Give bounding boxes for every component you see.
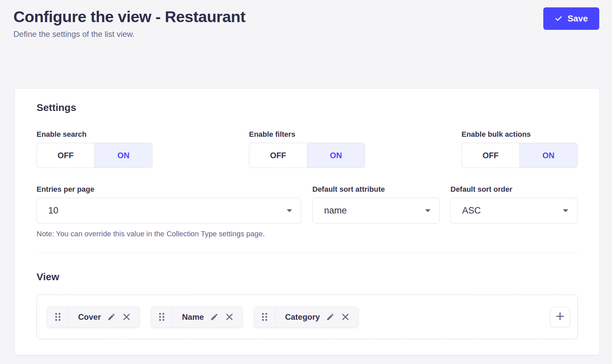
view-heading: View bbox=[37, 271, 578, 283]
default-sort-order-field: Default sort order ASC bbox=[450, 185, 577, 224]
drag-dots-icon bbox=[159, 312, 165, 321]
default-sort-order-value: ASC bbox=[462, 205, 481, 216]
default-sort-order-select[interactable]: ASC bbox=[450, 198, 577, 224]
default-sort-attribute-select[interactable]: name bbox=[312, 198, 440, 224]
settings-card: Settings Enable search OFF ON Enable fil… bbox=[15, 89, 599, 355]
field-chip-name[interactable]: Name bbox=[151, 306, 243, 327]
field-chip-cover[interactable]: Cover bbox=[47, 306, 140, 327]
enable-filters-toggle: OFF ON bbox=[249, 143, 365, 168]
enable-bulk-actions-label: Enable bulk actions bbox=[462, 130, 577, 139]
enable-search-group: Enable search OFF ON bbox=[37, 130, 152, 168]
drag-handle[interactable] bbox=[151, 307, 173, 327]
default-sort-order-label: Default sort order bbox=[450, 185, 577, 194]
enable-search-off-button[interactable]: OFF bbox=[37, 143, 95, 168]
enable-search-on-button[interactable]: ON bbox=[95, 143, 152, 168]
default-sort-attribute-field: Default sort attribute name bbox=[312, 185, 440, 224]
close-icon bbox=[225, 312, 234, 321]
chevron-down-icon bbox=[563, 209, 568, 213]
chevron-down-icon bbox=[425, 209, 431, 213]
enable-bulk-actions-group: Enable bulk actions OFF ON bbox=[462, 130, 577, 168]
close-icon bbox=[341, 312, 350, 321]
remove-field-button[interactable] bbox=[122, 312, 131, 321]
add-field-button[interactable]: + bbox=[550, 307, 570, 327]
chip-label: Category bbox=[285, 312, 320, 322]
save-button[interactable]: Save bbox=[543, 7, 599, 30]
pencil-icon bbox=[210, 313, 219, 321]
enable-search-label: Enable search bbox=[37, 130, 152, 139]
toggle-row: Enable search OFF ON Enable filters OFF … bbox=[37, 130, 578, 168]
chip-body: Name bbox=[173, 307, 242, 327]
chip-label: Cover bbox=[78, 312, 101, 322]
page-header: Configure the view - Restaurant Define t… bbox=[0, 0, 612, 39]
close-icon bbox=[122, 312, 131, 321]
default-sort-attribute-value: name bbox=[324, 205, 347, 216]
entries-per-page-label: Entries per page bbox=[37, 185, 301, 194]
pencil-icon bbox=[107, 313, 116, 321]
remove-field-button[interactable] bbox=[341, 312, 350, 321]
enable-bulk-actions-toggle: OFF ON bbox=[462, 143, 577, 168]
page-title: Configure the view - Restaurant bbox=[13, 7, 245, 26]
enable-bulk-actions-on-button[interactable]: ON bbox=[519, 143, 577, 168]
enable-bulk-actions-off-button[interactable]: OFF bbox=[462, 143, 519, 168]
enable-filters-label: Enable filters bbox=[249, 130, 365, 139]
check-icon bbox=[555, 15, 562, 22]
remove-field-button[interactable] bbox=[225, 312, 234, 321]
drag-dots-icon bbox=[55, 312, 61, 321]
entries-per-page-select[interactable]: 10 bbox=[37, 198, 301, 224]
enable-filters-off-button[interactable]: OFF bbox=[249, 143, 307, 168]
edit-field-button[interactable] bbox=[210, 313, 219, 321]
chip-label: Name bbox=[182, 312, 204, 322]
page-header-text: Configure the view - Restaurant Define t… bbox=[13, 7, 245, 39]
drag-handle[interactable] bbox=[47, 307, 69, 327]
entries-per-page-value: 10 bbox=[48, 205, 58, 216]
edit-field-button[interactable] bbox=[107, 313, 116, 321]
edit-field-button[interactable] bbox=[326, 313, 334, 321]
chip-body: Category bbox=[276, 307, 358, 327]
pencil-icon bbox=[326, 313, 334, 321]
enable-filters-group: Enable filters OFF ON bbox=[249, 130, 365, 168]
entries-per-page-field: Entries per page 10 Note: You can overri… bbox=[37, 185, 301, 239]
section-divider bbox=[37, 253, 578, 253]
drag-handle[interactable] bbox=[254, 307, 276, 327]
fields-row: Entries per page 10 Note: You can overri… bbox=[37, 185, 578, 239]
drag-dots-icon bbox=[261, 312, 268, 321]
save-button-label: Save bbox=[567, 13, 588, 24]
entries-per-page-note: Note: You can override this value in the… bbox=[37, 229, 301, 239]
page-subtitle: Define the settings of the list view. bbox=[13, 29, 245, 39]
enable-filters-on-button[interactable]: ON bbox=[307, 143, 365, 168]
enable-search-toggle: OFF ON bbox=[37, 143, 152, 168]
field-chip-category[interactable]: Category bbox=[254, 306, 359, 327]
settings-heading: Settings bbox=[37, 102, 578, 113]
view-fields-dropzone: Cover bbox=[37, 295, 578, 339]
chip-body: Cover bbox=[69, 307, 139, 327]
plus-icon: + bbox=[556, 308, 565, 324]
chevron-down-icon bbox=[287, 209, 292, 213]
default-sort-attribute-label: Default sort attribute bbox=[312, 185, 440, 194]
